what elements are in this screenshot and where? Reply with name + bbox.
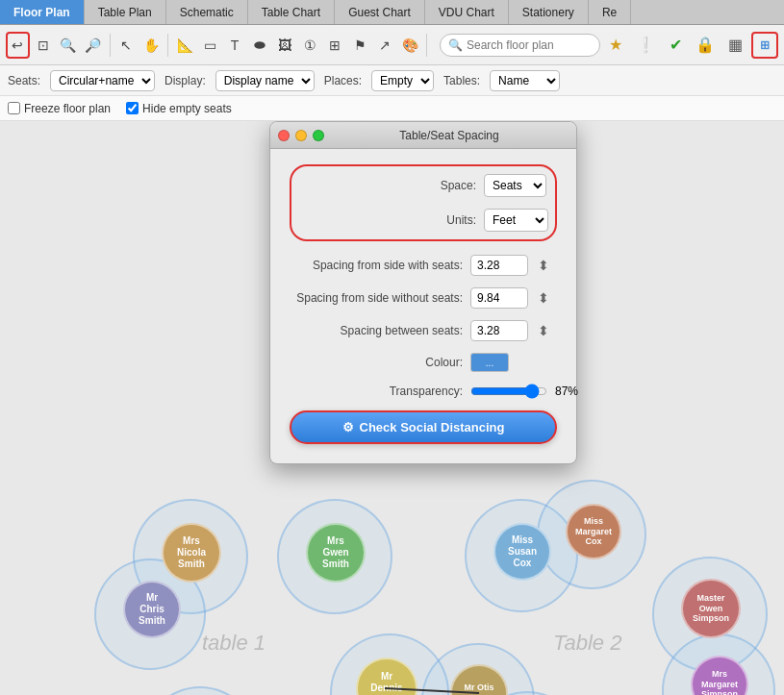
search-container: 🔍 [440,34,600,57]
check-social-label: Check Social Distancing [360,420,505,434]
transparency-label: Transparency: [290,385,463,398]
places-label: Places: [324,74,362,87]
grid-button[interactable]: ⊞ [323,32,346,59]
spacing-side-seats-stepper[interactable]: ⬍ [538,258,549,273]
transparency-slider-container: 87% [470,384,578,399]
person-mr-otis-jones[interactable]: Mr OtisJones [450,664,508,695]
person-mr-chris-smith[interactable]: MrChrisSmith [123,581,181,638]
dialog-titlebar: Table/Seat Spacing [270,122,576,149]
spacing-no-seats-input[interactable] [470,287,528,309]
person-mrs-nicola-smith[interactable]: MrsNicolaSmith [162,523,221,583]
shape-button[interactable]: ⬬ [248,32,271,59]
freeze-checkbox[interactable] [8,102,20,114]
display-select[interactable]: Display name Full name [215,70,315,91]
tab-re[interactable]: Re [589,0,631,24]
person-master-owen-simpson[interactable]: MasterOwenSimpson [681,579,741,638]
display-label: Display: [164,74,206,87]
arrow-button[interactable]: ↗ [373,32,396,59]
table1-label: table 1 [202,631,266,656]
units-select[interactable]: Feet Metres [484,209,548,232]
person-mrs-margaret-simpson[interactable]: MrsMargaretSimpson [691,656,748,695]
select-button[interactable]: ↖ [114,32,138,59]
freeze-label[interactable]: Freeze floor plan [8,102,111,115]
hide-empty-label[interactable]: Hide empty seats [126,102,232,115]
check-social-distancing-button[interactable]: ⚙ Check Social Distancing [290,410,557,444]
space-row: Space: Seats Tables [303,174,544,197]
gear-icon: ⚙ [342,420,354,434]
seats-label: Seats: [8,74,40,87]
table-seat-spacing-dialog: Table/Seat Spacing Space: Seats Tables U… [269,121,577,464]
undo-button[interactable]: ↩ [6,32,30,59]
check-icon-btn[interactable]: ✔ [662,32,689,59]
seats-select[interactable]: Circular+name Circular Square [50,70,155,91]
number-button[interactable]: ① [298,32,321,59]
tab-guest-chart[interactable]: Guest Chart [335,0,425,24]
tab-floor-plan[interactable]: Floor Plan [0,0,85,24]
spacing-no-seats-stepper[interactable]: ⬍ [538,290,549,306]
person-mr-dennis-smith[interactable]: MrDennisSmith [356,658,417,695]
spacing-between-row: Spacing between seats: ⬍ [290,320,557,341]
toolbar-sep-2 [167,34,168,57]
transparency-value: 87% [555,385,578,398]
tables-select[interactable]: Name Number [490,70,560,91]
image-button[interactable]: 🖼 [273,32,296,59]
units-label: Units: [303,213,476,227]
colour-picker-btn[interactable]: ... [470,353,509,372]
toolbar-sep-3 [426,34,427,57]
person-miss-susan-cox[interactable]: MissSusanCox [493,523,551,581]
space-select[interactable]: Seats Tables [484,174,546,197]
tab-stationery[interactable]: Stationery [509,0,589,24]
table2-label: Table 2 [553,631,621,656]
lock-icon-btn[interactable]: 🔒 [692,32,719,59]
toolbar-sep-1 [110,34,111,57]
spacing-between-input[interactable] [470,320,528,341]
tab-schematic[interactable]: Schematic [166,0,248,24]
dialog-title: Table/Seat Spacing [330,129,569,142]
exclaim-icon-btn[interactable]: ❕ [632,32,659,59]
person-mrs-gwen-smith[interactable]: MrsGwenSmith [306,523,366,583]
measure-button[interactable]: 📐 [173,32,196,59]
places-select[interactable]: Empty All Filled [371,70,434,91]
toolbar-right-icons: ★ ❕ ✔ 🔒 ▦ ⊞ [602,32,778,59]
text-button[interactable]: T [223,32,246,59]
dialog-maximize-btn[interactable] [313,130,324,141]
rect-button[interactable]: ▭ [198,32,221,59]
search-icon: 🔍 [448,38,463,52]
hide-empty-checkbox[interactable] [126,102,139,114]
floor-plan-canvas[interactable]: table 1 Table 2 MrsNicolaSmith MrChrisSm… [0,121,784,695]
tab-table-chart[interactable]: Table Chart [248,0,335,24]
options-bar: Seats: Circular+name Circular Square Dis… [0,65,784,96]
table-icon-btn[interactable]: ▦ [721,32,748,59]
tables-label: Tables: [443,74,480,87]
dialog-body: Space: Seats Tables Units: Feet Metres S… [270,149,576,463]
transparency-slider[interactable] [470,384,547,399]
units-row: Units: Feet Metres [303,209,544,232]
spacing-side-seats-input[interactable] [470,255,528,276]
floor-icon-btn[interactable]: ⊞ [751,32,778,59]
spacing-side-seats-row: Spacing from side with seats: ⬍ [290,255,557,276]
spacing-no-seats-label: Spacing from side without seats: [290,291,463,305]
toolbar: ↩ ⊡ 🔍 🔎 ↖ ✋ 📐 ▭ T ⬬ 🖼 ① ⊞ ⚑ ↗ 🎨 🔍 ★ ❕ ✔ … [0,25,784,65]
star-icon-btn[interactable]: ★ [602,32,629,59]
tab-vdu-chart[interactable]: VDU Chart [425,0,509,24]
space-label: Space: [303,179,476,192]
color-button[interactable]: 🎨 [398,32,421,59]
tab-bar: Floor Plan Table Plan Schematic Table Ch… [0,0,784,25]
tab-table-plan[interactable]: Table Plan [85,0,166,24]
spacing-between-label: Spacing between seats: [290,324,463,337]
colour-row: Colour: ... [290,353,557,372]
search-input[interactable] [467,38,592,52]
pan-button[interactable]: ✋ [139,32,163,59]
dialog-minimize-btn[interactable] [295,130,307,141]
transparency-row: Transparency: 87% [290,384,557,399]
spacing-between-stepper[interactable]: ⬍ [538,323,549,338]
check-bar: Freeze floor plan Hide empty seats [0,96,784,121]
person-miss-margaret-cox[interactable]: MissMargaretCox [566,504,621,559]
zoom-out-button[interactable]: 🔎 [82,32,105,59]
flag-button[interactable]: ⚑ [348,32,371,59]
spacing-no-seats-row: Spacing from side without seats: ⬍ [290,287,557,309]
zoom-in-button[interactable]: 🔍 [57,32,80,59]
dialog-close-btn[interactable] [278,130,290,141]
zoom-fit-button[interactable]: ⊡ [32,32,55,59]
colour-label: Colour: [290,356,463,369]
